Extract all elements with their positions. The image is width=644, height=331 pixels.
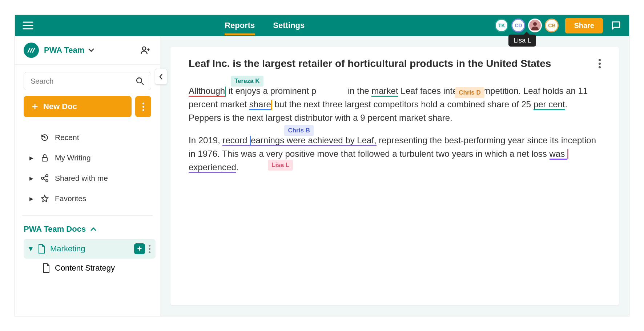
sidebar: PWA Team New Doc xyxy=(15,36,160,316)
sidebar-item-label: My Writing xyxy=(55,153,91,162)
new-doc-label: New Doc xyxy=(43,102,77,111)
nav-reports[interactable]: Reports xyxy=(225,16,255,35)
tree-item-marketing[interactable]: ▾ Marketing + xyxy=(24,239,156,259)
workspace-name-label: PWA Team xyxy=(44,45,84,55)
new-doc-row: New Doc xyxy=(15,96,160,124)
share-button[interactable]: Share xyxy=(565,18,603,33)
add-child-button[interactable]: + xyxy=(134,243,145,254)
presence-tag-chrisd: Chris D xyxy=(455,87,484,98)
svg-point-9 xyxy=(46,175,48,177)
hamburger-menu-icon[interactable] xyxy=(21,19,35,32)
text-run: . xyxy=(236,162,239,172)
text-run: This was a very positive move that follo… xyxy=(222,149,549,159)
collapse-sidebar-button[interactable] xyxy=(155,69,167,85)
text-run: In 2019, xyxy=(189,135,222,145)
cursor-lisal xyxy=(567,149,568,159)
star-icon xyxy=(40,194,49,203)
avatar-tk[interactable]: TK xyxy=(495,19,508,32)
section-team-docs[interactable]: PWA Team Docs xyxy=(15,219,160,239)
body-region: PWA Team New Doc xyxy=(15,36,629,316)
presence-tag-lisal: Lisa L xyxy=(268,160,293,171)
workspace-logo-icon xyxy=(24,43,39,58)
svg-point-10 xyxy=(46,180,48,182)
search-input[interactable] xyxy=(31,77,136,85)
nav-settings[interactable]: Settings xyxy=(273,16,305,35)
share-icon xyxy=(40,174,49,183)
search-row xyxy=(15,65,160,96)
document-card: Leaf Inc. is the largest retailer of hor… xyxy=(170,47,619,305)
tree-item-actions: + xyxy=(134,243,150,254)
document-title[interactable]: Leaf Inc. is the largest retailer of hor… xyxy=(189,58,591,69)
avatar-lisa[interactable] xyxy=(528,19,542,32)
svg-point-3 xyxy=(533,22,537,26)
svg-line-11 xyxy=(44,176,46,178)
add-member-icon[interactable] xyxy=(140,44,151,56)
svg-line-12 xyxy=(44,179,46,180)
sidebar-item-my-writing[interactable]: ▸ My Writing xyxy=(22,148,153,168)
document-body[interactable]: Allthough Tereza K it enjoys a prominent… xyxy=(189,84,601,174)
plus-icon xyxy=(31,103,39,111)
svg-point-8 xyxy=(41,177,44,179)
sidebar-item-label: Favorites xyxy=(55,194,86,203)
top-nav: Reports Settings xyxy=(41,16,488,35)
workspace-switcher[interactable]: PWA Team xyxy=(15,36,160,65)
caret-right-icon: ▸ xyxy=(29,174,35,183)
document-menu-button[interactable] xyxy=(599,59,601,68)
document-icon xyxy=(42,263,51,273)
sidebar-item-favorites[interactable]: ▸ Favorites xyxy=(22,188,153,209)
paragraph-1[interactable]: Allthough Tereza K it enjoys a prominent… xyxy=(189,84,601,125)
avatar-cb[interactable]: CB xyxy=(545,19,559,32)
app-window: Reports Settings TK CD CB Lisa L Share xyxy=(15,15,629,316)
sidebar-nav: Recent ▸ My Writing ▸ Shared with me ▸ F… xyxy=(15,124,160,212)
tree-item-label: Content Strategy xyxy=(55,263,115,273)
text-run: in the xyxy=(345,86,371,96)
chevron-down-icon xyxy=(88,48,94,52)
spelling-error[interactable]: Allthough xyxy=(189,86,225,97)
workspace-name: PWA Team xyxy=(44,45,134,55)
chevron-up-icon xyxy=(90,227,97,231)
sidebar-item-shared[interactable]: ▸ Shared with me xyxy=(22,168,153,188)
new-doc-menu-button[interactable] xyxy=(135,96,151,117)
sidebar-item-label: Shared with me xyxy=(55,174,108,183)
divider xyxy=(22,215,153,216)
paragraph-2[interactable]: In 2019, record earnings were achieved b… xyxy=(189,133,601,174)
grammar-hint[interactable]: share xyxy=(249,99,271,110)
tree-item-label: Marketing xyxy=(50,244,85,254)
doc-tree: ▾ Marketing + Content Strategy xyxy=(15,239,160,278)
style-hint[interactable]: record xyxy=(222,135,250,146)
section-label: PWA Team Docs xyxy=(24,224,86,234)
search-icon xyxy=(136,77,144,85)
grammar-hint[interactable]: per cent xyxy=(534,99,565,110)
presence-tag-chrisb: Chris B xyxy=(284,125,313,136)
style-hint[interactable]: was xyxy=(550,149,567,160)
presence-tag-tereza: Tereza K xyxy=(231,76,263,87)
grammar-hint[interactable]: market xyxy=(371,86,398,97)
document-icon xyxy=(37,244,46,254)
avatar-cd[interactable]: CD xyxy=(511,19,525,32)
presence-avatars: TK CD CB Lisa L xyxy=(495,19,559,32)
caret-right-icon: ▸ xyxy=(29,153,35,162)
main-area: Leaf Inc. is the largest retailer of hor… xyxy=(160,36,629,316)
svg-rect-7 xyxy=(42,157,47,161)
svg-point-5 xyxy=(137,78,142,83)
text-run: it enjoys a prominent p xyxy=(229,86,316,96)
comments-icon[interactable] xyxy=(609,19,623,32)
sidebar-item-label: Recent xyxy=(55,133,79,142)
new-doc-button[interactable]: New Doc xyxy=(24,96,132,117)
tree-item-content-strategy[interactable]: Content Strategy xyxy=(24,259,156,278)
search-input-wrapper[interactable] xyxy=(24,72,151,90)
chevron-left-icon xyxy=(158,73,164,80)
style-hint[interactable]: experienced xyxy=(189,162,236,173)
cursor-tereza xyxy=(225,87,226,97)
kebab-icon xyxy=(142,103,144,111)
sidebar-item-recent[interactable]: Recent xyxy=(22,127,153,148)
svg-line-6 xyxy=(141,83,144,85)
clock-icon xyxy=(40,133,49,142)
tree-item-menu[interactable] xyxy=(149,245,150,253)
text-run: but the next three largest competitors h… xyxy=(272,99,534,109)
avatar-tooltip: Lisa L xyxy=(508,35,536,47)
style-hint[interactable]: earnings were achieved by Leaf, xyxy=(251,135,377,146)
lock-icon xyxy=(40,153,49,162)
document-header: Leaf Inc. is the largest retailer of hor… xyxy=(189,58,601,69)
top-bar: Reports Settings TK CD CB Lisa L Share xyxy=(15,15,629,36)
